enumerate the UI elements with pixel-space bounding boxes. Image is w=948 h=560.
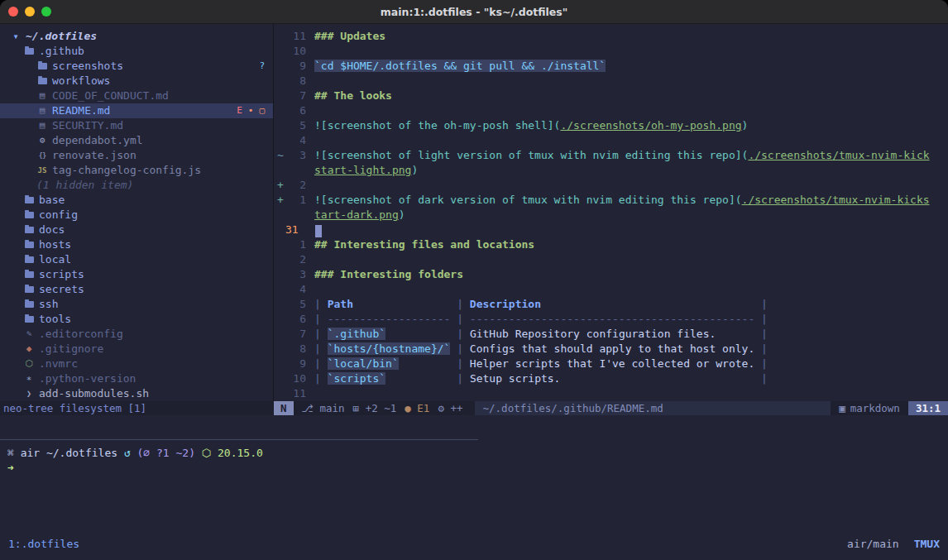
tree-item-base[interactable]: base: [0, 193, 273, 208]
tree-item-renovate-json[interactable]: {}renovate.json: [0, 148, 273, 163]
chevron-down-icon[interactable]: ▾: [10, 29, 22, 44]
tree-item-scripts[interactable]: scripts: [0, 267, 273, 282]
table-cell: Configs that should apply to that host o…: [470, 342, 754, 355]
minimize-button[interactable]: [25, 7, 35, 17]
tree-item-1-hidden-item[interactable]: (1 hidden item): [0, 178, 273, 193]
editor-line[interactable]: 10| `scripts` | Setup scripts. |: [274, 371, 948, 386]
tree-item-gitignore[interactable]: ◆.gitignore: [0, 342, 273, 357]
markdown-link-url: start-light.png: [314, 164, 411, 176]
inline-code: `cd $HOME/.dotfiles && git pull && ./ins…: [314, 60, 606, 72]
editor-line[interactable]: 9`cd $HOME/.dotfiles && git pull && ./in…: [274, 59, 948, 74]
markdown-heading: ## Interesting files and locations: [314, 238, 534, 251]
gitsign-column: [274, 133, 285, 148]
editor-line[interactable]: 6| ------------------- | ---------------…: [274, 312, 948, 327]
shell-prompt[interactable]: ⌘ air ~/.dotfiles ↺ (⌀ ?1 ~2) ⬡ 20.15.0: [0, 446, 948, 461]
folder-icon: [23, 197, 35, 203]
line-number: 2: [285, 252, 306, 267]
table-punct: |: [450, 298, 469, 310]
editor-line[interactable]: 1## Interesting files and locations: [274, 237, 948, 252]
line-number: 10: [285, 371, 306, 386]
line-number: 4: [285, 282, 306, 297]
maximize-button[interactable]: [41, 7, 51, 17]
editor-line[interactable]: +1![screenshot of dark version of tmux w…: [274, 193, 948, 208]
gitsign-column: [274, 74, 285, 89]
status-badge: •: [248, 103, 254, 118]
inline-code: `scripts`: [328, 372, 385, 385]
editor-line[interactable]: 2: [274, 252, 948, 267]
tree-item-add-submodules-sh[interactable]: ❯add-submodules.sh: [0, 386, 273, 401]
tree-item-docs[interactable]: docs: [0, 223, 273, 237]
table-punct: |: [754, 372, 768, 385]
editor-line[interactable]: 4: [274, 133, 948, 148]
diff-icon: ⊞: [353, 402, 360, 414]
editor-line[interactable]: 9| `local/bin` | Helper scripts that I'v…: [274, 357, 948, 371]
tree-item-nvmrc[interactable]: ⬡.nvmrc: [0, 357, 273, 371]
tree-item-config[interactable]: config: [0, 208, 273, 223]
editor-buffer[interactable]: 11### Updates109`cd $HOME/.dotfiles && g…: [274, 24, 948, 401]
editor-line[interactable]: 4: [274, 282, 948, 297]
tree-item-label: ~/.dotfiles: [26, 29, 97, 44]
git-diff-segment: ⊞ +2 ~1: [353, 401, 397, 416]
tree-item-python-version[interactable]: ∗.python-version: [0, 371, 273, 386]
editor-line[interactable]: start-light.png): [274, 163, 948, 178]
table-punct: |: [450, 328, 469, 340]
tree-item-security-md[interactable]: ▤SECURITY.md: [0, 118, 273, 133]
line-number: 6: [285, 103, 306, 118]
folder-icon: [23, 286, 35, 293]
tree-item-readme-md[interactable]: ▤README.mdE•▢: [0, 103, 273, 118]
tmux-window-label[interactable]: 1:.dotfiles: [8, 537, 79, 552]
editor-line[interactable]: +2: [274, 178, 948, 193]
tree-item-label: docs: [39, 223, 65, 237]
gitsign-column: [274, 208, 285, 223]
tree-item-workflows[interactable]: workflows: [0, 74, 273, 89]
editor-line[interactable]: tart-dark.png): [274, 208, 948, 223]
neotree-file-tree[interactable]: ▾~/.dotfiles.githubscreenshots?workflows…: [0, 24, 273, 401]
tree-item-ssh[interactable]: ssh: [0, 297, 273, 312]
tmux-pane-border[interactable]: [0, 439, 478, 440]
markdown-link-text: ): [742, 119, 749, 132]
editor-line[interactable]: 5| Path | Description |: [274, 297, 948, 312]
folder-icon: [23, 227, 35, 233]
editor-line[interactable]: 31: [274, 223, 948, 237]
line-number: 5: [285, 297, 306, 312]
tree-item-screenshots[interactable]: screenshots?: [0, 59, 273, 74]
editor-line[interactable]: 3### Interesting folders: [274, 267, 948, 282]
tree-item-editorconfig[interactable]: ✎.editorconfig: [0, 327, 273, 342]
folder-icon: [36, 78, 48, 84]
cursor-position: 31:1: [908, 401, 948, 415]
editor-line[interactable]: 11### Updates: [274, 29, 948, 44]
editor-line[interactable]: 5![screenshot of the oh-my-posh shell](.…: [274, 118, 948, 133]
editor-line[interactable]: 7| `.github` | GitHub Repository configu…: [274, 327, 948, 342]
status-badge: E: [237, 103, 242, 118]
tree-item-secrets[interactable]: secrets: [0, 282, 273, 297]
tree-item-tag-changelog-config-js[interactable]: JStag-changelog-config.js: [0, 163, 273, 178]
prompt-arrow[interactable]: ➜: [0, 461, 948, 476]
table-cell: Setup scripts.: [470, 372, 561, 385]
line-text: [306, 133, 314, 148]
line-text: [306, 282, 314, 297]
error-icon: ●: [405, 402, 411, 414]
tree-item-dotfiles[interactable]: ▾~/.dotfiles: [0, 29, 273, 44]
line-text: [306, 386, 314, 401]
whitespace: [385, 328, 450, 340]
tree-item-code-of-conduct-md[interactable]: ▤CODE_OF_CONDUCT.md: [0, 89, 273, 103]
cursor: [315, 225, 322, 237]
editor-line[interactable]: 10: [274, 44, 948, 59]
editor-line[interactable]: 11: [274, 386, 948, 401]
markdown-file-icon: ▤: [36, 118, 48, 133]
editor-line[interactable]: 8: [274, 74, 948, 89]
tree-item-hosts[interactable]: hosts: [0, 237, 273, 252]
editor-line[interactable]: 7## The looks: [274, 89, 948, 103]
titlebar: main:1:.dotfiles - "ks~/.dotfiles": [0, 0, 948, 24]
tree-item-local[interactable]: local: [0, 252, 273, 267]
editor-line[interactable]: 6: [274, 103, 948, 118]
line-text: | `hosts/{hostname}/` | Configs that sho…: [306, 342, 768, 357]
gitsign-column: [274, 252, 285, 267]
tree-item-dependabot-yml[interactable]: ⚙dependabot.yml: [0, 133, 273, 148]
editor-line[interactable]: 8| `hosts/{hostname}/` | Configs that sh…: [274, 342, 948, 357]
tree-item-tools[interactable]: tools: [0, 312, 273, 327]
close-button[interactable]: [8, 7, 18, 17]
python-file-icon: ∗: [23, 371, 35, 386]
editor-line[interactable]: ~3![screenshot of light version of tmux …: [274, 148, 948, 163]
tree-item-github[interactable]: .github: [0, 44, 273, 59]
